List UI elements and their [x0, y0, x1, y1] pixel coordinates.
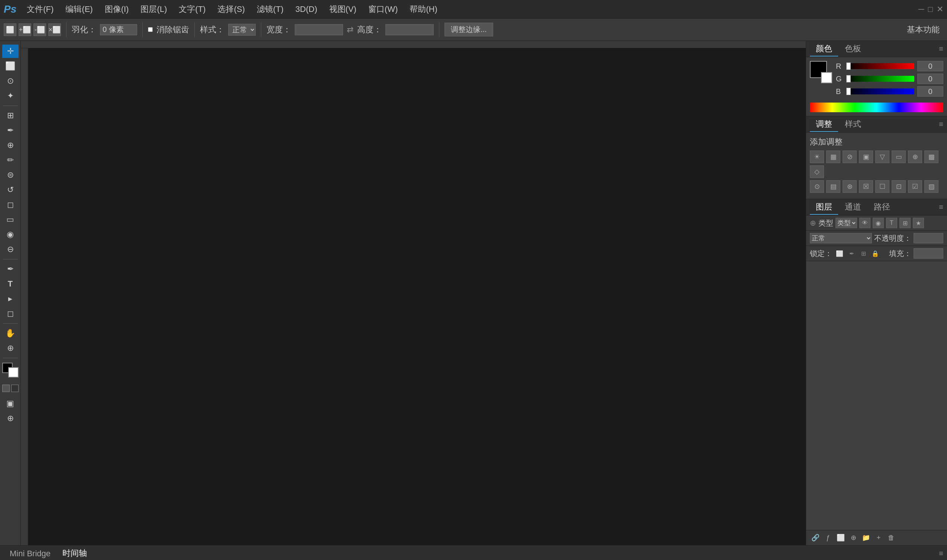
- crop-tool[interactable]: ⊞: [2, 109, 18, 122]
- width-input[interactable]: [295, 24, 343, 35]
- b-thumb[interactable]: [846, 88, 851, 95]
- extra-adj-icon[interactable]: ▧: [924, 180, 938, 193]
- menu-filter[interactable]: 滤镜(T): [252, 2, 289, 17]
- fill-input[interactable]: [913, 248, 943, 258]
- layers-panel-menu-icon[interactable]: ≡: [939, 203, 943, 211]
- exposure-adj-icon[interactable]: ▣: [859, 151, 873, 163]
- screen-mode-btn[interactable]: ▣: [2, 397, 18, 410]
- layer-mask-btn[interactable]: ⬜: [835, 532, 846, 543]
- intersect-selection-btn[interactable]: ×⬜: [48, 23, 61, 36]
- gradient-tool[interactable]: ▭: [2, 213, 18, 226]
- new-selection-btn[interactable]: ⬜: [4, 23, 16, 36]
- r-input[interactable]: [917, 61, 943, 71]
- layer-color-filter[interactable]: ◉: [873, 218, 884, 228]
- tab-adjustments[interactable]: 调整: [810, 117, 838, 132]
- magic-wand-tool[interactable]: ✦: [2, 89, 18, 103]
- healing-brush-tool[interactable]: ⊕: [2, 138, 18, 152]
- opacity-input[interactable]: [913, 233, 943, 243]
- layer-group-btn[interactable]: 📁: [861, 532, 872, 543]
- background-color[interactable]: [8, 367, 18, 377]
- layer-smart-filter[interactable]: ★: [913, 218, 924, 228]
- add-selection-btn[interactable]: +⬜: [18, 23, 31, 36]
- selection-rect-tool[interactable]: ⬜: [2, 60, 18, 73]
- vibrance-adj-icon[interactable]: ▽: [875, 151, 889, 163]
- tab-mini-bridge[interactable]: Mini Bridge: [4, 548, 57, 560]
- b-input[interactable]: [917, 86, 943, 97]
- style-select[interactable]: 正常: [228, 24, 256, 36]
- menu-file[interactable]: 文件(F): [22, 2, 59, 17]
- layer-attr-filter[interactable]: ⊞: [899, 218, 910, 228]
- quick-mask-btn[interactable]: [11, 385, 18, 392]
- tab-paths[interactable]: 路径: [868, 200, 896, 215]
- layer-new-btn[interactable]: +: [873, 532, 884, 543]
- blur-tool[interactable]: ◉: [2, 228, 18, 241]
- photo-filter-adj-icon[interactable]: ◇: [810, 165, 824, 178]
- lock-pixels-icon[interactable]: ⬜: [835, 249, 845, 258]
- menu-view[interactable]: 视图(V): [324, 2, 362, 17]
- history-brush-tool[interactable]: ↺: [2, 183, 18, 197]
- lock-artboards-icon[interactable]: ⊞: [858, 249, 868, 258]
- close-btn[interactable]: ✕: [936, 5, 943, 14]
- menu-layer[interactable]: 图层(L): [135, 2, 172, 17]
- menu-3d[interactable]: 3D(D): [290, 2, 323, 16]
- adjust-edge-btn[interactable]: 调整边缘...: [445, 23, 493, 37]
- eyedropper-tool[interactable]: ✒: [2, 124, 18, 137]
- lock-position-icon[interactable]: ✒: [846, 249, 857, 258]
- hand-tool[interactable]: ✋: [2, 327, 18, 340]
- bg-swatch[interactable]: [821, 72, 832, 83]
- color-lookup-adj-icon[interactable]: ▤: [826, 180, 840, 193]
- menu-window[interactable]: 窗口(W): [363, 2, 403, 17]
- extras-btn[interactable]: ⊕: [2, 412, 18, 425]
- hsl-adj-icon[interactable]: ▭: [892, 151, 906, 163]
- g-slider[interactable]: [846, 76, 914, 82]
- move-tool[interactable]: ✛: [2, 45, 18, 58]
- brightness-adj-icon[interactable]: ☀: [810, 151, 824, 163]
- bw-adj-icon[interactable]: ▩: [924, 151, 938, 163]
- g-thumb[interactable]: [846, 75, 851, 83]
- menu-help[interactable]: 帮助(H): [404, 2, 443, 17]
- curves-adj-icon[interactable]: ⊘: [842, 151, 857, 163]
- zoom-tool[interactable]: ⊕: [2, 342, 18, 355]
- dodge-tool[interactable]: ⊖: [2, 243, 18, 256]
- layer-delete-btn[interactable]: 🗑: [886, 532, 897, 543]
- layer-link-btn[interactable]: 🔗: [810, 532, 821, 543]
- color-gradient-bar[interactable]: [810, 103, 943, 112]
- gradient-map-adj-icon[interactable]: ⊡: [892, 180, 906, 193]
- threshold-adj-icon[interactable]: ☐: [875, 180, 889, 193]
- menu-image[interactable]: 图像(I): [100, 2, 134, 17]
- maximize-btn[interactable]: □: [928, 5, 933, 14]
- standard-mode-btn[interactable]: [2, 385, 10, 392]
- shape-tool[interactable]: ◻: [2, 307, 18, 320]
- selective-color-adj-icon[interactable]: ☑: [908, 180, 922, 193]
- layers-type-select[interactable]: 类型: [836, 218, 857, 228]
- tab-styles[interactable]: 样式: [839, 117, 867, 132]
- g-input[interactable]: [917, 74, 943, 84]
- tab-timeline[interactable]: 时间轴: [57, 546, 93, 560]
- colorbalance-adj-icon[interactable]: ⊕: [908, 151, 922, 163]
- layer-visibility-filter[interactable]: 👁: [859, 218, 870, 228]
- height-input[interactable]: [385, 24, 434, 35]
- layer-fx-btn[interactable]: ƒ: [822, 532, 834, 543]
- r-slider[interactable]: [846, 63, 914, 69]
- antialiasing-checkbox[interactable]: [148, 27, 153, 32]
- blend-mode-select[interactable]: 正常: [810, 233, 872, 243]
- eraser-tool[interactable]: ◻: [2, 198, 18, 211]
- swap-dimensions-icon[interactable]: ⇄: [347, 25, 353, 35]
- tab-channels[interactable]: 通道: [839, 200, 867, 215]
- lock-all-icon[interactable]: 🔒: [870, 249, 881, 258]
- type-tool[interactable]: T: [2, 277, 18, 291]
- bottom-panel-menu-icon[interactable]: ≡: [939, 549, 943, 558]
- minimize-btn[interactable]: ─: [918, 5, 924, 14]
- channel-mixer-adj-icon[interactable]: ⊙: [810, 180, 824, 193]
- tab-swatches[interactable]: 色板: [839, 42, 867, 57]
- path-select-tool[interactable]: ▸: [2, 292, 18, 305]
- color-panel-menu-icon[interactable]: ≡: [939, 45, 943, 53]
- levels-adj-icon[interactable]: ▦: [826, 151, 840, 163]
- r-thumb[interactable]: [846, 62, 851, 70]
- tab-layers[interactable]: 图层: [810, 200, 838, 215]
- color-selector[interactable]: [2, 363, 18, 377]
- adjustments-panel-menu-icon[interactable]: ≡: [939, 120, 943, 129]
- layer-adj-btn[interactable]: ⊕: [848, 532, 859, 543]
- b-slider[interactable]: [846, 88, 914, 94]
- menu-text[interactable]: 文字(T): [174, 2, 211, 17]
